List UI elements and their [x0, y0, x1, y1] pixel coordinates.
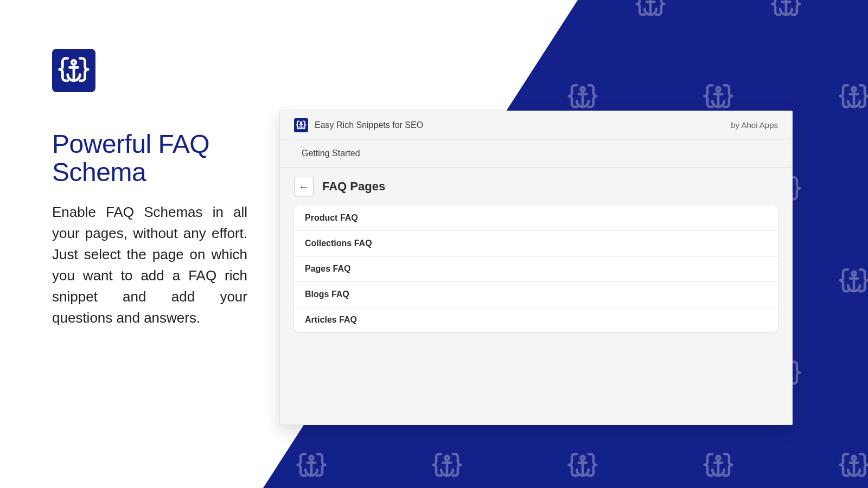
- faq-pages-list: Product FAQ Collections FAQ Pages FAQ Bl…: [294, 206, 778, 332]
- tab-getting-started[interactable]: Getting Started: [302, 149, 360, 158]
- app-logo-badge: [294, 118, 308, 132]
- anchor-braces-icon: [296, 120, 307, 131]
- list-item[interactable]: Product FAQ: [294, 206, 778, 231]
- page-title: FAQ Pages: [322, 179, 385, 194]
- description-text: Enable FAQ Schemas in all your pages, wi…: [52, 202, 247, 329]
- list-item[interactable]: Articles FAQ: [294, 307, 778, 332]
- list-item[interactable]: Pages FAQ: [294, 256, 778, 282]
- marketing-copy-column: Powerful FAQ Schema Enable FAQ Schemas i…: [52, 49, 247, 329]
- arrow-left-icon: ←: [298, 181, 309, 192]
- app-title: Easy Rich Snippets for SEO: [315, 120, 423, 130]
- list-item[interactable]: Collections FAQ: [294, 231, 778, 256]
- list-item[interactable]: Blogs FAQ: [294, 282, 778, 307]
- tab-bar: Getting Started: [280, 139, 792, 168]
- brand-logo-badge: [52, 49, 95, 92]
- app-screenshot-frame: Easy Rich Snippets for SEO by Ahoi Apps …: [279, 111, 793, 425]
- app-byline: by Ahoi Apps: [731, 120, 778, 130]
- anchor-braces-icon: [58, 54, 90, 87]
- page-title-row: ← FAQ Pages: [280, 168, 792, 206]
- back-button[interactable]: ←: [294, 177, 314, 196]
- app-header: Easy Rich Snippets for SEO by Ahoi Apps: [280, 111, 792, 139]
- headline: Powerful FAQ Schema: [52, 130, 247, 187]
